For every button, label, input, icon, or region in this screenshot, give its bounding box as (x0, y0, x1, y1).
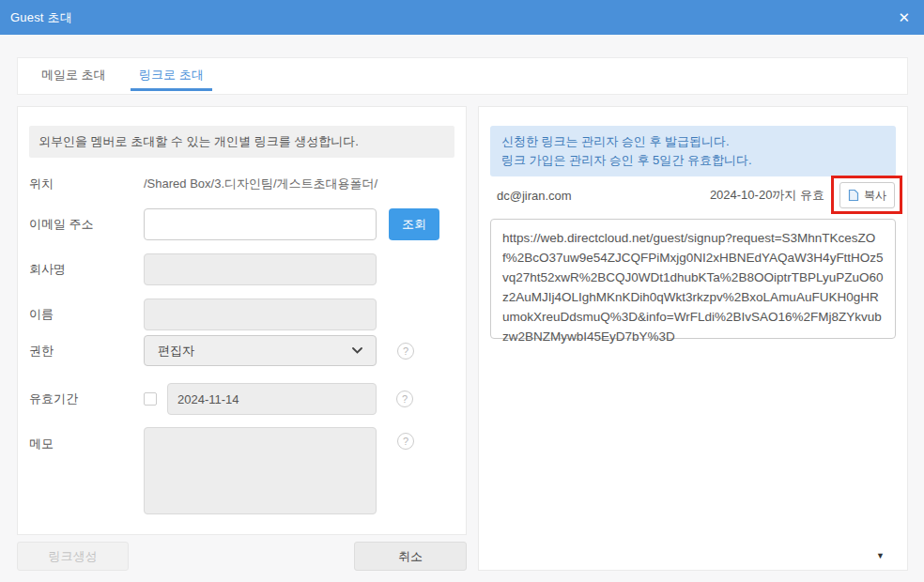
validity-help-icon[interactable]: ? (396, 391, 413, 407)
location-label: 위치 (29, 176, 144, 192)
memo-row: 메모 ? (29, 427, 458, 514)
tab-invite-by-mail[interactable]: 메일로 초대 (33, 58, 115, 91)
create-link-button[interactable]: 링크생성 (17, 542, 129, 571)
email-label: 이메일 주소 (29, 216, 144, 233)
link-notice-line1: 신청한 링크는 관리자 승인 후 발급됩니다. (501, 132, 885, 151)
validity-label: 유효기간 (29, 391, 144, 407)
email-row: 이메일 주소 조회 (29, 208, 458, 240)
validity-checkbox[interactable] (144, 392, 157, 406)
permission-selected-value: 편집자 (158, 343, 194, 360)
copy-icon (848, 189, 859, 202)
tab-bar: 메일로 초대 링크로 초대 (17, 57, 908, 95)
form-notice: 외부인을 멤버로 초대할 수 있는 개인별 링크를 생성합니다. (29, 126, 454, 158)
cancel-button[interactable]: 취소 (354, 542, 467, 571)
company-input (144, 253, 377, 285)
name-label: 이름 (29, 306, 144, 323)
email-input[interactable] (144, 208, 377, 240)
url-dropdown-caret-icon[interactable]: ▼ (876, 552, 885, 560)
close-icon[interactable]: ✕ (898, 10, 910, 24)
issued-link-panel: 신청한 링크는 관리자 승인 후 발급됩니다. 링크 가입은 관리자 승인 후 … (478, 106, 908, 571)
validity-row: 유효기간 ? (29, 383, 458, 415)
memo-help-icon[interactable]: ? (397, 433, 414, 450)
link-info-row: dc@jiran.com 2024-10-20까지 유효 복사 (497, 181, 895, 209)
name-row: 이름 (29, 299, 458, 330)
signup-url-box[interactable]: https://web.directcloud.net/guest/signup… (490, 219, 896, 339)
dialog-title: Guest 초대 (10, 9, 72, 26)
permission-row: 권한 편집자 ? (29, 335, 458, 366)
tab-invite-by-link[interactable]: 링크로 초대 (131, 58, 212, 91)
dialog-titlebar: Guest 초대 ✕ (0, 0, 924, 35)
memo-textarea (144, 427, 377, 514)
memo-label: 메모 (29, 427, 144, 452)
copy-button[interactable]: 복사 (839, 182, 895, 208)
link-expiry: 2024-10-20까지 유효 (710, 187, 824, 204)
company-label: 회사명 (29, 261, 144, 278)
copy-button-label: 복사 (864, 188, 886, 204)
link-notice-line2: 링크 가입은 관리자 승인 후 5일간 유효합니다. (501, 151, 885, 170)
permission-help-icon[interactable]: ? (397, 343, 414, 360)
lookup-button[interactable]: 조회 (389, 208, 439, 240)
invite-form-panel: 외부인을 멤버로 초대할 수 있는 개인별 링크를 생성합니다. 위치 /Sha… (17, 106, 467, 535)
name-input (144, 299, 377, 330)
location-row: 위치 /Shared Box/3.디자인팀/게스트초대용폴더/ (29, 173, 458, 195)
signup-url-text: https://web.directcloud.net/guest/signup… (502, 231, 884, 344)
permission-select[interactable]: 편집자 (144, 335, 377, 366)
chevron-down-icon (352, 347, 362, 354)
link-notice: 신청한 링크는 관리자 승인 후 발급됩니다. 링크 가입은 관리자 승인 후 … (490, 126, 896, 176)
link-email: dc@jiran.com (497, 189, 710, 203)
permission-label: 권한 (29, 343, 144, 360)
validity-date-input (167, 383, 377, 415)
company-row: 회사명 (29, 253, 458, 285)
location-value: /Shared Box/3.디자인팀/게스트초대용폴더/ (144, 176, 377, 192)
